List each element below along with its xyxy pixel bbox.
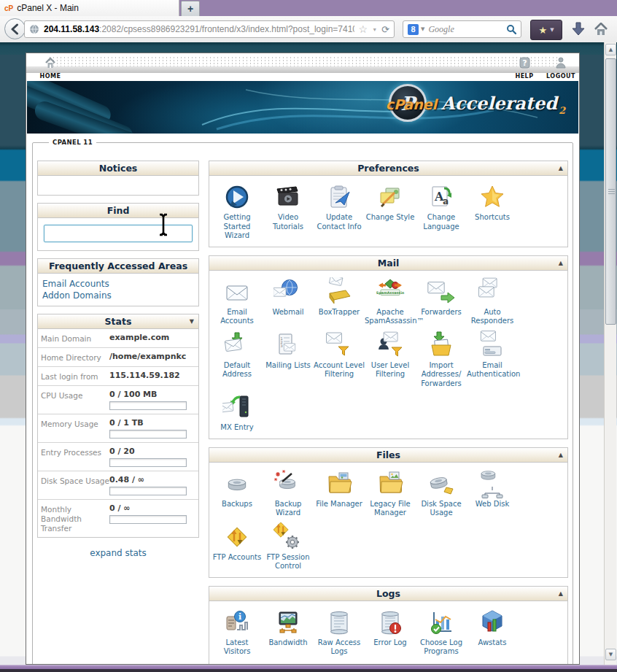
search-placeholder: Google bbox=[428, 24, 506, 35]
app-item-import-addresses-forwarders[interactable]: Import Addresses/ Forwarders bbox=[416, 331, 467, 389]
brand-accelerated: Accelerated bbox=[441, 93, 557, 114]
faa-link-addon-domains[interactable]: Addon Domains bbox=[42, 290, 194, 301]
stat-label: Main Domain bbox=[41, 333, 109, 344]
app-item-ftp-accounts[interactable]: FTP Accounts bbox=[212, 522, 263, 571]
mailing-lists-icon: 123 bbox=[273, 331, 303, 360]
app-item-error-log[interactable]: Error Log bbox=[365, 608, 416, 657]
find-input[interactable] bbox=[44, 225, 193, 242]
svg-text:SpamAssassin: SpamAssassin bbox=[376, 290, 405, 294]
app-item-label: Mailing Lists bbox=[263, 361, 314, 371]
page-scrollbar[interactable]: ▲ ▼ bbox=[604, 42, 616, 665]
search-box[interactable]: 8 ▼ Google bbox=[403, 20, 521, 38]
app-item-email-authentication[interactable]: Email Authentication bbox=[467, 331, 518, 389]
app-item-mx-entry[interactable]: MX Entry bbox=[212, 393, 263, 433]
app-item-video-tutorials[interactable]: Video Tutorials bbox=[263, 182, 314, 241]
new-tab-button[interactable]: + bbox=[181, 1, 200, 16]
app-item-label: Raw Access Logs bbox=[314, 638, 365, 657]
app-item-getting-started-wizard[interactable]: Getting Started Wizard bbox=[212, 182, 263, 241]
section-body: BackupsBackup WizardFile ManagerLegacy F… bbox=[209, 463, 567, 577]
back-button[interactable] bbox=[4, 18, 26, 39]
app-item-backup-wizard[interactable]: Backup Wizard bbox=[263, 469, 314, 518]
section-collapse-icon[interactable]: ▲ bbox=[559, 256, 563, 270]
search-engine-dropdown-icon[interactable]: ▼ bbox=[421, 26, 424, 32]
app-item-webmail[interactable]: Webmail bbox=[263, 277, 314, 326]
app-item-apache-spamassassin[interactable]: SpamAssassinApache SpamAssassin™ bbox=[365, 277, 416, 326]
app-item-legacy-file-manager[interactable]: Legacy File Manager bbox=[365, 469, 416, 518]
stats-collapse-icon[interactable]: ▼ bbox=[190, 314, 194, 328]
section-collapse-icon[interactable]: ▲ bbox=[559, 448, 563, 462]
app-item-label: Disk Space Usage bbox=[416, 500, 467, 518]
app-item-auto-responders[interactable]: Auto Responders bbox=[467, 277, 518, 326]
app-item-label: FTP Accounts bbox=[212, 553, 263, 563]
app-item-label: BoxTrapper bbox=[314, 308, 365, 317]
bookmarks-caret-icon: ▼ bbox=[550, 27, 554, 33]
stat-row-cpu-usage: CPU Usage0 / 100 MB bbox=[38, 385, 198, 414]
scroll-up-button[interactable]: ▲ bbox=[605, 44, 616, 55]
app-item-shortcuts[interactable]: Shortcuts bbox=[467, 182, 518, 241]
scroll-down-button[interactable]: ▼ bbox=[605, 649, 616, 660]
app-item-backups[interactable]: Backups bbox=[212, 469, 263, 518]
app-item-ftp-session-control[interactable]: FTP Session Control bbox=[263, 522, 314, 571]
app-item-default-address[interactable]: Default Address bbox=[212, 331, 263, 389]
app-item-latest-visitors[interactable]: iLatest Visitors bbox=[212, 608, 263, 657]
app-item-file-manager[interactable]: File Manager bbox=[314, 469, 365, 518]
app-item-choose-log-programs[interactable]: Choose Log Programs bbox=[416, 608, 467, 657]
cpanel-favicon: cP bbox=[4, 4, 13, 12]
spamassassin-icon: SpamAssassin bbox=[376, 277, 405, 306]
update-contact-icon bbox=[325, 182, 354, 212]
app-item-update-contact-info[interactable]: Update Contact Info bbox=[314, 182, 365, 241]
app-item-email-accounts[interactable]: Email Accounts bbox=[212, 277, 263, 326]
url-bar[interactable]: 204.11.58.143 :2082/cpsess8986923291/fro… bbox=[24, 20, 395, 38]
home-button[interactable] bbox=[591, 20, 611, 39]
bookmark-star-icon[interactable]: ☆ bbox=[359, 23, 368, 35]
reload-icon[interactable]: ⟳ bbox=[381, 24, 389, 35]
main-sections: Preferences▲Getting Started WizardVideo … bbox=[209, 161, 568, 665]
app-item-forwarders[interactable]: Forwarders bbox=[416, 277, 467, 326]
app-item-boxtrapper[interactable]: BoxTrapper bbox=[314, 277, 365, 326]
notices-box: Notices bbox=[37, 161, 199, 196]
bandwidth-icon bbox=[273, 608, 303, 637]
app-item-label: Webmail bbox=[263, 308, 314, 317]
search-engine-icon[interactable]: 8 bbox=[408, 24, 419, 35]
url-dropdown-icon[interactable]: ▼ bbox=[372, 27, 377, 32]
change-style-icon bbox=[376, 182, 405, 212]
app-item-change-style[interactable]: Change Style bbox=[365, 182, 416, 241]
search-magnifier-icon[interactable] bbox=[506, 24, 516, 34]
app-item-mailing-lists[interactable]: 123Mailing Lists bbox=[263, 331, 314, 389]
browser-tab-active[interactable]: cP cPanel X - Main bbox=[0, 0, 179, 16]
stat-row-main-domain: Main Domainexample.com bbox=[38, 329, 198, 347]
section-collapse-icon[interactable]: ▲ bbox=[559, 587, 563, 600]
faa-link-email-accounts[interactable]: Email Accounts bbox=[42, 278, 194, 290]
app-item-awstats[interactable]: Awstats bbox=[467, 608, 518, 657]
app-item-account-level-filtering[interactable]: Account Level Filtering bbox=[314, 331, 365, 389]
app-item-label: Latest Visitors bbox=[212, 638, 263, 657]
section-header-preferences: Preferences▲ bbox=[209, 161, 567, 176]
scrollbar-thumb[interactable] bbox=[605, 58, 616, 325]
stat-value: 0 / 20 bbox=[109, 447, 187, 456]
app-item-disk-space-usage[interactable]: Disk Space Usage bbox=[416, 469, 467, 518]
app-item-change-language[interactable]: AaChange Language bbox=[416, 182, 467, 241]
section-title: Preferences bbox=[357, 163, 419, 174]
stat-progress-bar bbox=[109, 401, 187, 410]
section-preferences: Preferences▲Getting Started WizardVideo … bbox=[209, 161, 568, 247]
app-item-label: Apache SpamAssassin™ bbox=[365, 308, 416, 326]
expand-stats-link[interactable]: expand stats bbox=[90, 548, 147, 558]
downloads-button[interactable] bbox=[568, 20, 589, 39]
video-tutorials-icon bbox=[273, 182, 303, 212]
help-icon: ? bbox=[508, 57, 541, 69]
app-item-label: Email Authentication bbox=[467, 361, 518, 379]
account-filter-icon bbox=[325, 331, 354, 360]
choose-log-icon bbox=[427, 608, 456, 637]
app-item-label: File Manager bbox=[314, 500, 365, 509]
stat-row-last-login-from: Last login from115.114.59.182 bbox=[38, 366, 198, 385]
bookmarks-button[interactable]: ★ ▼ bbox=[530, 20, 562, 40]
section-collapse-icon[interactable]: ▲ bbox=[559, 161, 563, 175]
app-item-user-level-filtering[interactable]: User Level Filtering bbox=[365, 331, 416, 389]
brand-sub: 2 bbox=[559, 105, 565, 116]
stat-value: 0 / 1 TB bbox=[109, 418, 187, 428]
app-item-web-disk[interactable]: Web Disk bbox=[467, 469, 518, 518]
user-filter-icon bbox=[376, 331, 405, 360]
app-item-bandwidth[interactable]: Bandwidth bbox=[263, 608, 314, 657]
app-item-raw-access-logs[interactable]: Raw Access Logs bbox=[314, 608, 365, 657]
svg-text:3: 3 bbox=[281, 343, 283, 347]
